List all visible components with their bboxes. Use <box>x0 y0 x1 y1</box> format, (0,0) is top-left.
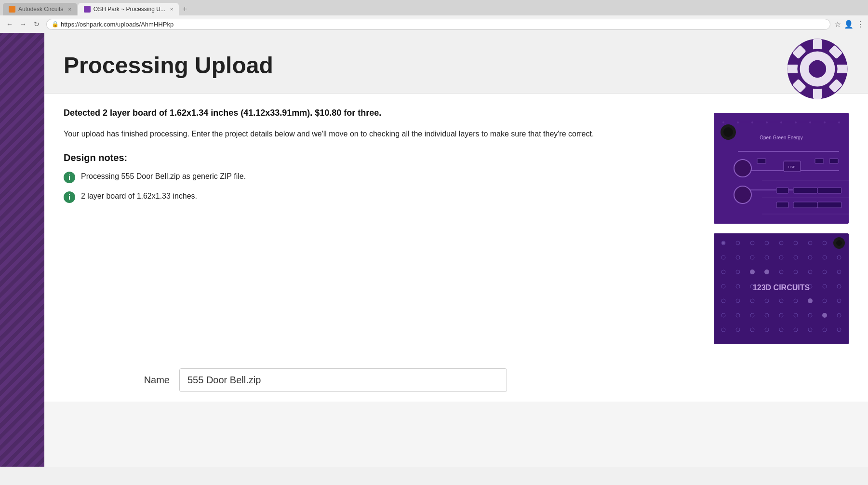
design-notes-heading: Design notes: <box>64 152 699 163</box>
content-left: Detected 2 layer board of 1.62x1.34 inch… <box>64 108 699 344</box>
tab-close-oshpark[interactable]: × <box>170 6 173 12</box>
svg-text:123D CIRCUITS: 123D CIRCUITS <box>753 283 810 292</box>
svg-rect-40 <box>817 188 841 193</box>
tab-label-oshpark: OSH Park ~ Processing U... <box>93 6 165 13</box>
address-bar[interactable]: 🔒 https://oshpark.com/uploads/AhmHHPkp <box>46 19 830 30</box>
profile-button[interactable]: 👤 <box>844 20 854 29</box>
detection-heading: Detected 2 layer board of 1.62x1.34 inch… <box>64 108 699 118</box>
svg-point-19 <box>795 121 797 123</box>
svg-point-15 <box>737 121 739 123</box>
content-right: Open Green Energy USB <box>714 108 849 344</box>
reload-button[interactable]: ↻ <box>31 18 42 30</box>
svg-point-16 <box>751 121 753 123</box>
browser-actions: ☆ 👤 ⋮ <box>834 20 864 29</box>
svg-point-14 <box>722 121 724 123</box>
svg-point-115 <box>808 298 813 303</box>
nav-buttons: ← → ↻ <box>4 18 42 30</box>
tab-autodesk[interactable]: Autodesk Circuits × <box>3 3 77 15</box>
svg-rect-33 <box>829 159 838 163</box>
tab-label-autodesk: Autodesk Circuits <box>18 6 63 13</box>
svg-point-109 <box>722 242 725 244</box>
svg-rect-32 <box>815 159 824 163</box>
tab-bar: Autodesk Circuits × OSH Park ~ Processin… <box>0 0 868 15</box>
back-button[interactable]: ← <box>4 18 15 30</box>
note-item-2: i 2 layer board of 1.62x1.33 inches. <box>64 191 699 203</box>
svg-rect-37 <box>793 188 817 193</box>
note-text-1: Processing 555 Door Bell.zip as generic … <box>81 171 246 182</box>
star-button[interactable]: ☆ <box>834 20 841 29</box>
svg-point-12 <box>809 60 826 78</box>
svg-point-24 <box>723 127 733 137</box>
info-icon-2: i <box>64 191 75 203</box>
name-label: Name <box>141 375 170 386</box>
pcb-svg-top: Open Green Energy USB <box>714 113 849 224</box>
svg-point-114 <box>764 269 769 274</box>
gear-icon <box>786 38 849 100</box>
svg-rect-36 <box>776 188 788 193</box>
sidebar <box>0 33 44 467</box>
lock-icon: 🔒 <box>52 21 59 27</box>
pcb-image-top: Open Green Energy USB <box>714 113 849 224</box>
tab-favicon-oshpark <box>84 6 91 13</box>
new-tab-button[interactable]: + <box>180 4 189 14</box>
browser-chrome: Autodesk Circuits × OSH Park ~ Processin… <box>0 0 868 33</box>
menu-button[interactable]: ⋮ <box>856 20 864 29</box>
svg-point-34 <box>734 186 751 203</box>
pcb-image-bottom: 123D CIRCUITS <box>714 233 849 344</box>
note-text-2: 2 layer board of 1.62x1.33 inches. <box>81 191 197 202</box>
name-row: Name <box>44 359 868 402</box>
url-text: https://oshpark.com/uploads/AhmHHPkp <box>61 21 174 28</box>
svg-point-116 <box>822 313 827 318</box>
svg-rect-41 <box>817 202 841 208</box>
page-title: Processing Upload <box>64 52 273 79</box>
svg-point-18 <box>780 121 782 123</box>
address-bar-row: ← → ↻ 🔒 https://oshpark.com/uploads/AhmH… <box>0 15 868 33</box>
svg-text:Open Green Energy: Open Green Energy <box>760 135 803 140</box>
svg-rect-3 <box>813 88 822 99</box>
tab-close-autodesk[interactable]: × <box>68 6 71 12</box>
svg-point-113 <box>750 269 755 274</box>
forward-button[interactable]: → <box>17 18 29 30</box>
svg-rect-2 <box>813 39 822 50</box>
gear-icon-wrapper <box>786 38 849 100</box>
description-text: Your upload has finished processing. Ent… <box>64 128 699 140</box>
main-content: Processing Upload <box>44 33 868 467</box>
info-icon-1: i <box>64 172 75 183</box>
tab-favicon-autodesk <box>9 6 15 13</box>
svg-text:USB: USB <box>788 165 796 169</box>
svg-point-20 <box>809 121 811 123</box>
pcb-svg-bottom: 123D CIRCUITS <box>714 233 849 344</box>
svg-rect-31 <box>757 159 766 163</box>
svg-point-22 <box>838 121 840 123</box>
content-area: Detected 2 layer board of 1.62x1.34 inch… <box>44 94 868 359</box>
svg-point-17 <box>766 121 768 123</box>
note-item-1: i Processing 555 Door Bell.zip as generi… <box>64 171 699 183</box>
name-input[interactable] <box>179 368 507 392</box>
svg-point-21 <box>824 121 826 123</box>
svg-point-111 <box>836 240 842 246</box>
svg-rect-38 <box>776 202 788 208</box>
svg-rect-4 <box>788 65 799 73</box>
svg-rect-5 <box>836 65 847 73</box>
page-wrapper: Processing Upload <box>0 33 868 467</box>
tab-oshpark[interactable]: OSH Park ~ Processing U... × <box>78 3 179 15</box>
page-header: Processing Upload <box>44 33 868 94</box>
svg-point-35 <box>734 160 751 177</box>
svg-rect-39 <box>793 202 817 208</box>
